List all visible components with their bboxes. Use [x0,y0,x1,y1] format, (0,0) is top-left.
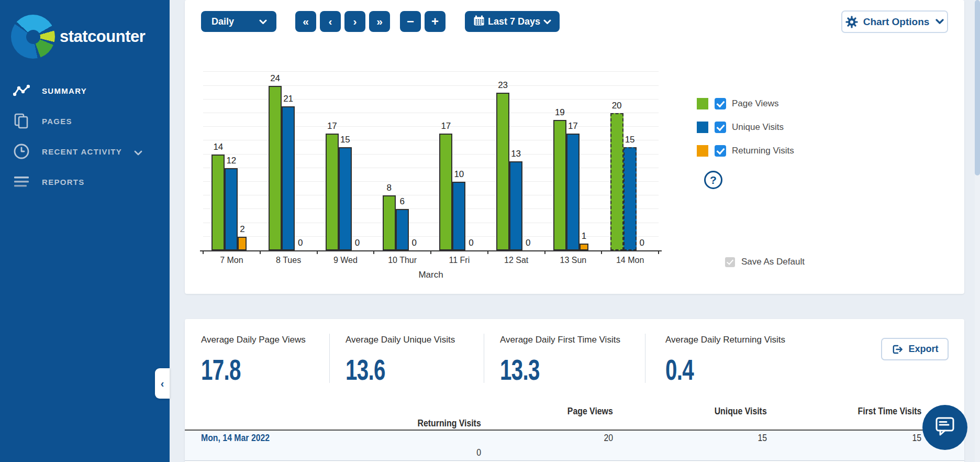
nav-prev-button[interactable]: ‹ [320,11,341,32]
bar-value-label: 0 [355,238,360,248]
x-axis-label: 8 Tues [276,256,301,265]
bar-value-label: 1 [582,231,586,241]
table-header-cell: Unique Visits [613,406,767,417]
axis-tick [373,250,374,254]
legend-checkbox[interactable] [715,98,726,109]
x-axis-label: 7 Mon [220,256,243,265]
granularity-select[interactable]: Daily [201,11,276,32]
date-range-value: Last 7 Days [488,16,540,27]
stat-value: 17.8 [201,353,276,387]
calendar-icon [473,15,485,29]
chart-panel: Daily « ‹ › » − + Last 7 Days Chart Opti… [185,0,964,294]
bar-value-label: 0 [469,238,473,248]
bar-unique-visits [225,168,238,250]
chat-widget-button[interactable] [922,405,967,450]
bar-unique-visits [396,209,409,250]
nav-first-button[interactable]: « [295,11,316,32]
legend-swatch [697,98,708,109]
export-label: Export [908,344,938,355]
sidebar-item-reports[interactable]: REPORTS [0,172,170,191]
scrollbar-track[interactable] [975,0,980,462]
bar-value-label: 8 [386,183,391,193]
legend-item: Unique Visits [697,121,794,134]
chevron-down-icon [259,16,267,27]
nav-last-button[interactable]: » [369,11,390,32]
bar-value-label: 0 [639,238,644,248]
legend-checkbox[interactable] [715,145,726,157]
pages-icon [13,112,30,130]
legend-swatch [697,122,708,133]
export-icon [891,343,904,356]
sidebar-item-recent-activity[interactable]: RECENT ACTIVITY [0,142,170,161]
statcounter-logo[interactable]: statcounter [11,15,145,59]
bar-unique-visits [623,147,637,250]
axis-tick [260,250,261,254]
bar-returning-visits [580,244,588,250]
gear-icon [845,16,858,28]
bar-page-views [269,86,282,251]
clock-icon [13,142,30,160]
table-value-cell: 20 [481,433,613,444]
axis-tick [317,250,318,254]
bar-value-label: 0 [298,238,303,248]
bar-value-label: 20 [612,101,622,111]
table-header-row: Page ViewsUnique VisitsFirst Time Visits… [185,405,964,431]
date-range-select[interactable]: Last 7 Days [465,11,560,32]
sidebar-item-label: REPORTS [42,178,85,186]
table-value-cell: 15 [613,433,767,444]
stat-label: Average Daily Returning Visits [665,335,785,345]
stat-label: Average Daily Page Views [201,335,306,345]
export-button[interactable]: Export [881,338,949,360]
bar-returning-visits [238,237,247,250]
stat-card: Average Daily Returning Visits0.4 [665,335,785,387]
chevron-left-icon: ‹ [161,378,164,390]
table-header-cell: Returning Visits [201,418,481,429]
bar-page-views [496,93,509,250]
save-as-default: Save As Default [719,257,805,267]
chart-options-label: Chart Options [863,16,930,28]
axis-tick [658,250,659,254]
bar-value-label: 23 [498,80,508,91]
table-value-cell: 15 [767,433,921,444]
bar-value-label: 17 [441,121,451,131]
help-icon[interactable]: ? [704,171,722,189]
list-icon [13,173,30,191]
zoom-out-button[interactable]: − [400,11,421,32]
stat-label: Average Daily First Time Visits [500,335,620,345]
brand-name: statcounter [60,27,145,46]
bar-page-views [553,120,566,250]
table-date-link[interactable]: Mon, 14 Mar 2022 [201,433,481,444]
stat-label: Average Daily Unique Visits [346,335,455,345]
bar-page-views [211,155,225,250]
table-header-cell: Page Views [481,406,613,417]
statcounter-logo-icon [11,15,55,59]
chart-options-button[interactable]: Chart Options [841,10,948,33]
axis-tick [430,250,431,254]
chevron-down-icon [134,149,142,158]
legend-item: Page Views [697,97,794,110]
x-axis-label: 13 Sun [560,256,587,265]
sidebar-item-pages[interactable]: PAGES [0,112,170,130]
legend-label: Page Views [732,98,778,109]
sidebar-item-summary[interactable]: SUMMARY [0,81,170,100]
bar-unique-visits [566,134,580,250]
scrollbar-thumb[interactable] [975,0,980,175]
minus-icon: − [407,14,414,29]
nav-next-button[interactable]: › [344,11,365,32]
bar-page-views [383,195,396,250]
sidebar-item-label: SUMMARY [42,86,87,95]
stat-card: Average Daily Unique Visits13.6 [346,335,455,387]
bar-page-views [439,134,452,250]
bar-value-label: 0 [526,238,530,248]
x-axis-label: 11 Fri [449,256,470,265]
legend-checkbox[interactable] [715,122,726,133]
sidebar-collapse-button[interactable]: ‹ [155,368,170,399]
x-axis-label: 9 Wed [333,256,358,265]
bar-page-views [326,134,339,250]
zoom-in-button[interactable]: + [425,11,446,32]
bar-value-label: 2 [240,224,244,235]
granularity-value: Daily [211,16,234,27]
stat-value: 0.4 [665,353,752,387]
stat-value: 13.3 [500,353,587,387]
bar-value-label: 21 [283,94,293,104]
